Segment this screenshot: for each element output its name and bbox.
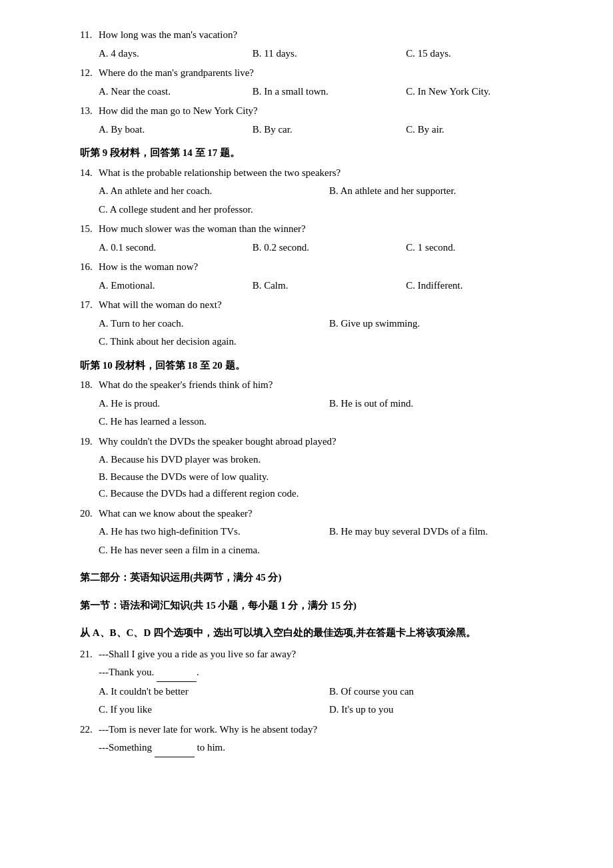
question-17: 17. What will the woman do next? A. Turn…	[80, 297, 560, 351]
question-14: 14. What is the probable relationship be…	[80, 165, 560, 219]
q15-num: 15.	[80, 221, 99, 238]
q16-text: How is the woman now?	[99, 259, 560, 276]
q20-optB: B. He may buy several DVDs of a film.	[329, 523, 560, 541]
q17-optB: B. Give up swimming.	[329, 315, 560, 333]
question-15: 15. How much slower was the woman than t…	[80, 221, 560, 256]
q14-num: 14.	[80, 165, 99, 182]
q20-text: What can we know about the speaker?	[99, 505, 560, 523]
q13-num: 13.	[80, 103, 99, 120]
q19-optA: A. Because his DVD player was broken.	[99, 451, 560, 469]
q14-text: What is the probable relationship betwee…	[99, 165, 560, 182]
q22-endtext: to him.	[197, 742, 226, 753]
q14-optC: C. A college student and her professor.	[99, 201, 560, 219]
q11-optC: C. 15 days.	[406, 45, 560, 63]
q12-text: Where do the man's grandparents live?	[99, 65, 560, 82]
q12-optB: B. In a small town.	[253, 83, 406, 101]
q12-optA: A. Near the coast.	[99, 83, 253, 101]
question-16: 16. How is the woman now? A. Emotional. …	[80, 259, 560, 294]
q22-subtext: ---Something	[99, 742, 152, 753]
q17-num: 17.	[80, 297, 99, 314]
question-12: 12. Where do the man's grandparents live…	[80, 65, 560, 100]
q15-optC: C. 1 second.	[406, 239, 560, 257]
q11-optB: B. 11 days.	[253, 45, 406, 63]
q13-optC: C. By air.	[406, 121, 560, 139]
question-22: 22. ---Tom is never late for work. Why i…	[80, 721, 560, 757]
part2-header: 第二部分：英语知识运用(共两节，满分 45 分)	[80, 569, 560, 587]
q22-num: 22.	[80, 721, 99, 739]
q15-text: How much slower was the woman than the w…	[99, 221, 560, 238]
q11-optA: A. 4 days.	[99, 45, 253, 63]
q17-optC: C. Think about her decision again.	[99, 333, 560, 351]
q12-num: 12.	[80, 65, 99, 82]
question-11: 11. How long was the man's vacation? A. …	[80, 27, 560, 62]
q21-optA: A. It couldn't be better	[99, 683, 329, 701]
q12-optC: C. In New York City.	[406, 83, 560, 101]
question-19: 19. Why couldn't the DVDs the speaker bo…	[80, 433, 560, 503]
question-20: 20. What can we know about the speaker? …	[80, 505, 560, 559]
q19-num: 19.	[80, 433, 99, 451]
section9-header: 听第 9 段材料，回答第 14 至 17 题。	[80, 145, 560, 162]
q14-optA: A. An athlete and her coach.	[99, 183, 329, 200]
q13-optB: B. By car.	[253, 121, 406, 139]
instruction: 从 A、B、C、D 四个选项中，选出可以填入空白处的最佳选项,并在答题卡上将该项…	[80, 625, 560, 642]
q21-optD: D. It's up to you	[329, 701, 560, 719]
section10-header: 听第 10 段材料，回答第 18 至 20 题。	[80, 357, 560, 375]
question-21: 21. ---Shall I give you a ride as you li…	[80, 646, 560, 719]
q18-optB: B. He is out of mind.	[329, 395, 560, 413]
q19-optC: C. Because the DVDs had a different regi…	[99, 485, 560, 503]
q21-num: 21.	[80, 646, 99, 663]
q21-optB: B. Of course you can	[329, 683, 560, 701]
q16-optB: B. Calm.	[253, 277, 406, 295]
q21-text: ---Shall I give you a ride as you live s…	[99, 646, 560, 663]
q18-optA: A. He is proud.	[99, 395, 329, 413]
q15-optA: A. 0.1 second.	[99, 239, 253, 257]
q14-optB: B. An athlete and her supporter.	[329, 183, 560, 200]
q13-text: How did the man go to New York City?	[99, 103, 560, 120]
q13-optA: A. By boat.	[99, 121, 253, 139]
q18-num: 18.	[80, 377, 99, 394]
q19-text: Why couldn't the DVDs the speaker bought…	[99, 433, 560, 451]
q15-optB: B. 0.2 second.	[253, 239, 406, 257]
q17-text: What will the woman do next?	[99, 297, 560, 314]
q16-optA: A. Emotional.	[99, 277, 253, 295]
q20-num: 20.	[80, 505, 99, 523]
q11-num: 11.	[80, 27, 99, 44]
question-13: 13. How did the man go to New York City?…	[80, 103, 560, 138]
q20-optC: C. He has never seen a film in a cinema.	[99, 542, 560, 559]
section1-header: 第一节：语法和词汇知识(共 15 小题，每小题 1 分，满分 15 分)	[80, 597, 560, 615]
question-18: 18. What do the speaker's friends think …	[80, 377, 560, 431]
q11-text: How long was the man's vacation?	[99, 27, 560, 44]
q16-num: 16.	[80, 259, 99, 276]
q21-subtext: ---Thank you.	[99, 667, 154, 677]
q18-text: What do the speaker's friends think of h…	[99, 377, 560, 394]
q16-optC: C. Indifferent.	[406, 277, 560, 295]
q17-optA: A. Turn to her coach.	[99, 315, 329, 333]
q19-optB: B. Because the DVDs were of low quality.	[99, 469, 560, 486]
q18-optC: C. He has learned a lesson.	[99, 413, 560, 431]
q20-optA: A. He has two high-definition TVs.	[99, 523, 329, 541]
q22-text: ---Tom is never late for work. Why is he…	[99, 721, 560, 739]
q21-optC: C. If you like	[99, 701, 329, 719]
